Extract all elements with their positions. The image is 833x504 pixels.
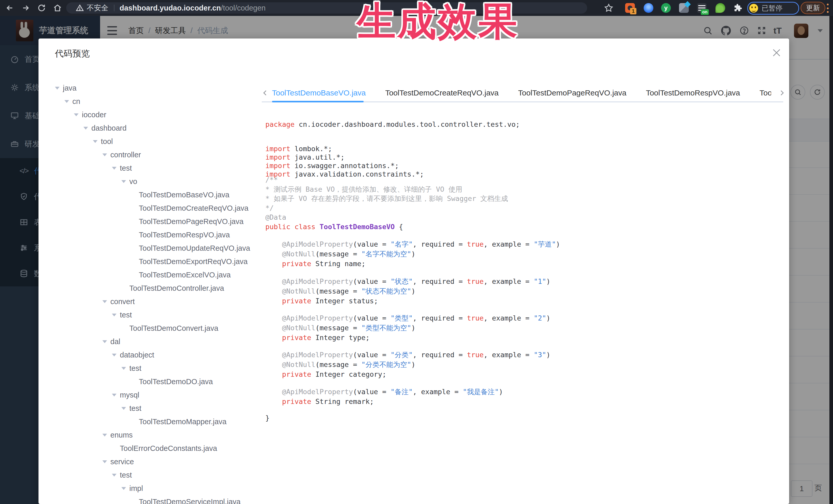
tree-file[interactable]: ToolTestDemoExportReqVO.java (55, 255, 260, 268)
tree-folder[interactable]: mysql (55, 388, 260, 402)
caret-down-icon (121, 407, 126, 412)
extension-on-badge: on (701, 9, 709, 15)
caret-down-icon (65, 100, 69, 105)
tree-folder[interactable]: test (55, 362, 260, 375)
tree-folder[interactable]: convert (55, 295, 260, 308)
browser-update-button[interactable]: 更新 (801, 2, 825, 14)
tree-folder[interactable]: vo (55, 175, 260, 188)
browser-back-button[interactable] (5, 0, 15, 16)
page-viewport: 芋道管理系统 首页 / 研发工具 / 代码生成 (0, 16, 833, 504)
extensions-puzzle-icon[interactable] (733, 3, 743, 13)
tree-folder[interactable]: impl (55, 482, 260, 495)
tree-file[interactable]: ToolTestDemoConvert.java (55, 321, 260, 335)
extension-icon-2[interactable] (644, 3, 653, 13)
tree-folder[interactable]: iocoder (55, 108, 260, 121)
emoji-face-icon (749, 4, 758, 13)
insecure-warning-icon (76, 4, 84, 12)
browser-reload-button[interactable] (37, 0, 47, 16)
caret-down-icon (112, 354, 117, 359)
caret-down-icon (112, 314, 117, 319)
tree-node-label: ToolTestDemoCreateReqVO.java (139, 204, 248, 213)
caret-down-icon (93, 140, 97, 145)
tree-folder[interactable]: test (55, 308, 260, 321)
extension-icon-1[interactable]: 1 (625, 3, 635, 13)
tree-node-label: test (120, 164, 132, 172)
tree-folder[interactable]: dataobject (55, 348, 260, 362)
tree-file[interactable]: ToolTestDemoController.java (55, 282, 260, 295)
tree-file[interactable]: ToolTestDemoServiceImpl.java (55, 495, 260, 504)
extension-icon-6[interactable] (715, 3, 725, 13)
tree-node-label: dal (110, 337, 120, 346)
extension-icon-4[interactable] (679, 3, 689, 13)
code-group-2: /*** 测试示例 Base VO，提供给添加、修改、详细的子 VO 使用* 如… (265, 175, 508, 232)
dialog-title: 代码预览 (55, 48, 90, 59)
tree-folder[interactable]: test (55, 402, 260, 415)
code-group-4: @ApiModelProperty(value = "状态", required… (265, 277, 550, 306)
tree-node-label: ToolTestDemoConvert.java (129, 324, 218, 333)
browser-home-button[interactable] (52, 0, 63, 16)
security-label[interactable]: 不安全 (87, 3, 108, 13)
tree-node-label: ToolTestDemoRespVO.java (139, 231, 230, 239)
tree-folder[interactable]: test (55, 162, 260, 175)
caret-down-icon (102, 340, 107, 345)
tree-node-label: mysql (120, 391, 139, 399)
tree-node-label: ToolTestDemoPageReqVO.java (139, 217, 243, 226)
tree-node-label: ToolTestDemoController.java (129, 284, 224, 292)
tree-file[interactable]: ToolTestDemoBaseVO.java (55, 188, 260, 201)
bookmark-star-icon[interactable] (603, 0, 614, 16)
tree-node-label: test (120, 311, 132, 319)
browser-forward-button[interactable] (21, 0, 31, 16)
tree-folder[interactable]: tool (55, 135, 260, 148)
tree-file[interactable]: ToolTestDemoMapper.java (55, 415, 260, 428)
tree-node-label: impl (129, 484, 143, 493)
extension-badge: 1 (630, 8, 637, 15)
tree-folder[interactable]: enums (55, 428, 260, 442)
browser-menu-icon[interactable] (827, 4, 829, 13)
extension-gem (684, 1, 691, 7)
extension-icon-3[interactable]: y (661, 3, 671, 13)
tree-file[interactable]: ToolTestDemoExcelVO.java (55, 268, 260, 282)
tree-node-label: test (120, 471, 132, 479)
tree-file[interactable]: ToolTestDemoCreateReqVO.java (55, 201, 260, 215)
tabs-scroll-right-icon[interactable] (778, 88, 786, 98)
tree-folder[interactable]: java (55, 81, 260, 95)
paused-extension-pill[interactable]: 已暂停 (747, 2, 799, 15)
tree-node-label: dashboard (91, 124, 126, 133)
tree-folder[interactable]: dal (55, 335, 260, 348)
tree-node-label: java (63, 84, 76, 92)
code-group-0: package cn.iocoder.dashboard.modules.too… (265, 120, 520, 129)
tree-folder[interactable]: controller (55, 148, 260, 162)
caret-down-icon (121, 367, 126, 372)
caret-down-icon (112, 394, 117, 399)
tree-folder[interactable]: cn (55, 95, 260, 108)
code-group-8: } (265, 413, 269, 423)
tree-node-label: tool (101, 137, 113, 146)
caret-down-icon (121, 180, 126, 185)
tree-folder[interactable]: dashboard (55, 121, 260, 135)
caret-down-icon (112, 474, 117, 479)
code-group-7: @ApiModelProperty(value = "备注", example … (265, 387, 503, 407)
code-preview-dialog: 代码预览 javacniocoderdashboardtoolcontrolle… (39, 39, 789, 504)
tree-folder[interactable]: service (55, 455, 260, 468)
tree-node-label: controller (110, 151, 141, 159)
tree-node-label: ToolTestDemoMapper.java (139, 417, 227, 426)
tree-node-label: ToolTestDemoExportReqVO.java (139, 257, 248, 266)
address-divider (114, 5, 115, 11)
tree-folder[interactable]: test (55, 468, 260, 482)
tree-node-label: convert (110, 297, 135, 306)
tree-file[interactable]: ToolTestDemoUpdateReqVO.java (55, 241, 260, 255)
tree-node-label: service (110, 458, 134, 466)
tree-node-label: ToolTestDemoBaseVO.java (139, 191, 230, 199)
tree-node-label: vo (129, 177, 137, 186)
caret-down-icon (102, 460, 107, 465)
caret-down-icon (74, 114, 78, 119)
extension-icon-5[interactable]: on (697, 3, 707, 13)
tree-file[interactable]: ToolErrorCodeConstants.java (55, 442, 260, 455)
code-group-3: @ApiModelProperty(value = "名字", required… (265, 239, 560, 269)
code-viewer: package cn.iocoder.dashboard.modules.too… (265, 39, 779, 504)
code-group-1: import lombok.*;import java.util.*;impor… (265, 144, 424, 178)
tree-file[interactable]: ToolTestDemoPageReqVO.java (55, 215, 260, 228)
tree-file[interactable]: ToolTestDemoRespVO.java (55, 228, 260, 241)
tree-file[interactable]: ToolTestDemoDO.java (55, 375, 260, 388)
paused-label: 已暂停 (762, 4, 782, 13)
